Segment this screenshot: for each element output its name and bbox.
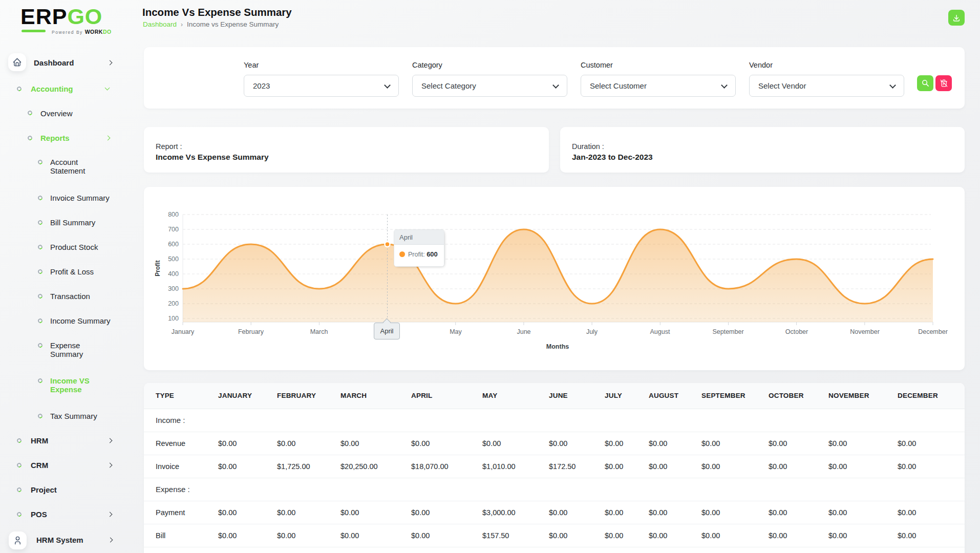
svg-text:October: October [785, 328, 808, 335]
svg-text:800: 800 [168, 211, 179, 218]
svg-text:March: March [310, 328, 328, 335]
svg-text:May: May [450, 328, 462, 335]
svg-text:Months: Months [546, 343, 569, 350]
svg-text:200: 200 [168, 300, 179, 307]
svg-text:December: December [918, 328, 948, 335]
svg-text:300: 300 [168, 285, 179, 292]
svg-text:Profit: Profit [154, 260, 161, 276]
svg-text:July: July [586, 328, 598, 335]
svg-text:400: 400 [168, 270, 179, 278]
svg-text:September: September [712, 328, 743, 335]
svg-text:November: November [850, 328, 880, 335]
svg-text:500: 500 [168, 256, 179, 263]
svg-text:August: August [650, 328, 670, 335]
svg-text:700: 700 [168, 226, 179, 233]
svg-text:100: 100 [168, 315, 179, 322]
svg-text:January: January [172, 328, 195, 335]
svg-text:February: February [238, 328, 264, 335]
svg-text:June: June [517, 328, 530, 335]
svg-text:600: 600 [168, 241, 179, 248]
